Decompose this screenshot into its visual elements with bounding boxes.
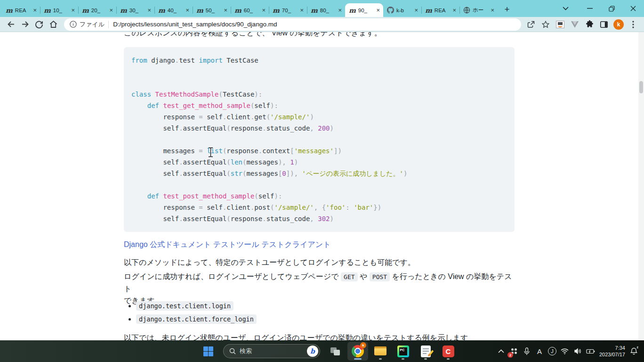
running-indicator xyxy=(447,358,450,360)
start-button[interactable] xyxy=(198,342,218,361)
markdown-icon: m xyxy=(196,7,203,14)
bookmark-star-icon[interactable] xyxy=(540,19,551,30)
share-icon[interactable] xyxy=(526,19,536,30)
scrollbar-thumb[interactable] xyxy=(639,81,643,93)
code-line: def test_get_method_sample(self): xyxy=(131,100,507,111)
file-explorer-icon xyxy=(374,346,386,356)
browser-window: mREA×m10_×m20_×m30_×m40_×m50_×m60_×m70_×… xyxy=(0,0,644,362)
tab-label: 60_ xyxy=(244,8,262,13)
volume-icon[interactable] xyxy=(573,344,582,358)
notification-count-badge: 2 xyxy=(507,352,513,358)
taskbar-camtasia[interactable]: C xyxy=(438,342,459,361)
notification-bell-icon[interactable]: z xyxy=(629,344,638,358)
browser-tab[interactable]: m20_× xyxy=(78,3,116,17)
system-tray: 2 A J 7:34 2023/07/17 xyxy=(497,340,644,362)
taskbar-pycharm[interactable]: PC xyxy=(393,342,413,361)
tab-close-icon[interactable]: × xyxy=(109,7,113,13)
running-indicator xyxy=(424,358,427,360)
browser-tab[interactable]: m80_× xyxy=(307,3,345,17)
url-text[interactable]: D:/projects/lessons/unit_test_samples/do… xyxy=(113,21,277,28)
url-divider xyxy=(108,21,109,28)
page-info-icon[interactable] xyxy=(70,21,77,28)
reload-button[interactable] xyxy=(32,18,46,31)
markdown-icon: m xyxy=(6,7,13,14)
inline-code: django.test.client.force_login xyxy=(136,314,257,324)
notepad-icon xyxy=(421,346,431,357)
taskbar-file-explorer[interactable] xyxy=(370,342,391,361)
markdown-icon: m xyxy=(273,7,280,14)
vertical-scrollbar[interactable] xyxy=(638,32,644,340)
browser-tab[interactable]: mREA× xyxy=(421,3,459,17)
browser-tab[interactable]: mREA× xyxy=(2,3,40,17)
tray-app-icon[interactable]: J xyxy=(548,344,556,358)
home-button[interactable] xyxy=(46,18,60,31)
inline-code-get: GET xyxy=(341,272,357,281)
side-panel-icon[interactable] xyxy=(599,19,609,30)
tab-close-icon[interactable]: × xyxy=(414,7,419,13)
close-window-button[interactable] xyxy=(622,0,644,17)
forward-button[interactable] xyxy=(18,18,32,31)
window-controls xyxy=(557,0,644,17)
browser-menu-icon[interactable] xyxy=(628,19,638,30)
tab-label: ホー xyxy=(473,7,490,14)
running-indicator xyxy=(402,358,404,360)
extensions-puzzle-icon[interactable] xyxy=(584,19,595,30)
microphone-icon[interactable] xyxy=(523,344,531,358)
task-view-button[interactable] xyxy=(325,342,346,361)
new-tab-button[interactable]: + xyxy=(500,2,514,16)
code-line: def test_post_method_sample(self): xyxy=(131,190,507,202)
tray-clock[interactable]: 7:34 2023/07/17 xyxy=(599,344,625,358)
paragraph-text: や xyxy=(358,272,370,280)
camtasia-icon: C xyxy=(443,346,454,357)
tab-close-icon[interactable]: × xyxy=(185,7,190,13)
browser-tab[interactable]: m30_× xyxy=(116,3,154,17)
browser-tab[interactable]: k-b× xyxy=(383,3,421,17)
maximize-restore-button[interactable] xyxy=(601,0,622,17)
tab-close-icon[interactable]: × xyxy=(490,7,495,13)
markdown-icon: m xyxy=(82,7,89,14)
code-line: self.assertEqual(response.status_code, 3… xyxy=(131,213,507,224)
paragraph-login-methods: 以下のメソッドによって、特定のテストユーザとしてログインすることも可能です。 xyxy=(124,257,415,268)
browser-tab[interactable]: m90_× xyxy=(345,3,383,17)
login-method-list: django.test.client.logindjango.test.clie… xyxy=(136,299,257,326)
browser-tab[interactable]: m70_× xyxy=(269,3,307,17)
clipped-bottom-paragraph: 以下では、未ログイン状態のユーザ、ログイン済のユーザでの挙動の違いをテストする例… xyxy=(124,332,468,340)
tab-close-icon[interactable]: × xyxy=(71,7,75,13)
taskbar-chrome[interactable]: k xyxy=(347,342,368,361)
address-bar[interactable]: ファイル D:/projects/lessons/unit_test_sampl… xyxy=(64,18,521,31)
vue-devtools-icon[interactable] xyxy=(570,19,580,30)
tab-close-icon[interactable]: × xyxy=(376,7,380,13)
code-line: messages = list(response.context['messag… xyxy=(131,145,507,156)
tab-search-chevron-icon[interactable] xyxy=(557,0,573,17)
browser-tab[interactable]: ホー× xyxy=(459,3,498,17)
minimize-button[interactable] xyxy=(579,0,601,17)
browser-tab[interactable]: m50_× xyxy=(193,3,231,17)
profile-avatar[interactable]: k xyxy=(613,19,624,30)
tab-close-icon[interactable]: × xyxy=(299,7,304,13)
tray-chevron-up-icon[interactable] xyxy=(497,344,506,358)
code-line: self.assertEqual(str(messages[0]), 'ページの… xyxy=(131,168,507,179)
browser-tab[interactable]: m10_× xyxy=(40,3,78,17)
markdown-icon: m xyxy=(44,7,51,14)
browser-tab[interactable]: m60_× xyxy=(231,3,269,17)
taskbar-notepad[interactable] xyxy=(415,342,436,361)
back-button[interactable] xyxy=(4,18,18,31)
ime-mode-indicator[interactable]: A xyxy=(535,344,544,358)
tab-close-icon[interactable]: × xyxy=(223,7,228,13)
tab-close-icon[interactable]: × xyxy=(32,7,37,13)
tab-close-icon[interactable]: × xyxy=(261,7,266,13)
code-line xyxy=(131,134,507,145)
markdown-icon: m xyxy=(120,7,127,14)
bing-icon: b xyxy=(307,346,318,357)
tab-close-icon[interactable]: × xyxy=(452,7,457,13)
tray-app-grid-icon[interactable]: 2 xyxy=(510,344,518,358)
task-view-icon xyxy=(330,347,340,355)
django-docs-link[interactable]: Django 公式ドキュメント テストツール テストクライアント xyxy=(124,240,331,250)
taskbar-search[interactable]: 検索 b xyxy=(223,344,320,358)
browser-tab[interactable]: m40_× xyxy=(154,3,193,17)
tab-close-icon[interactable]: × xyxy=(147,7,152,13)
tab-close-icon[interactable]: × xyxy=(338,7,342,13)
battery-icon[interactable] xyxy=(586,344,595,358)
wifi-icon[interactable] xyxy=(561,344,569,358)
markdown-viewer-extension-icon[interactable] xyxy=(555,19,565,30)
